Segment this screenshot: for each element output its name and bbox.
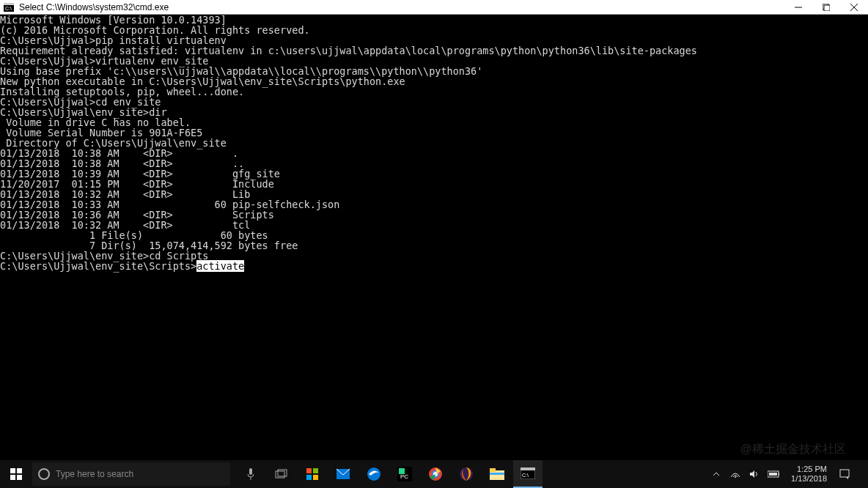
terminal-current-line[interactable]: C:\Users\Ujjwal\env_site\Scripts>activat… [0, 261, 868, 271]
svg-rect-5 [824, 5, 830, 11]
svg-text:C:\: C:\ [5, 6, 12, 11]
terminal-line: 01/13/2018 10:39 AM <DIR> gfg_site [0, 169, 868, 179]
svg-rect-18 [306, 475, 312, 480]
window-title: Select C:\Windows\system32\cmd.exe [19, 2, 169, 12]
terminal-line: Installing setuptools, pip, wheel...done… [0, 86, 868, 97]
svg-text:C:\: C:\ [522, 473, 529, 478]
start-button[interactable] [0, 460, 32, 488]
svg-point-35 [735, 476, 736, 478]
close-button[interactable] [840, 0, 868, 15]
terminal-prompt: C:\Users\Ujjwal\env_site\Scripts> [0, 260, 196, 272]
tray-time: 1:25 PM [791, 465, 827, 474]
cortana-icon [38, 468, 50, 480]
show-desktop-button[interactable] [858, 460, 865, 488]
svg-rect-40 [840, 470, 849, 477]
tray-chevron-up-icon[interactable] [710, 468, 722, 480]
taskbar-app-mail[interactable] [328, 460, 358, 488]
svg-marker-36 [750, 470, 754, 478]
svg-rect-38 [779, 473, 779, 476]
terminal-line: New python executable in C:\Users\Ujjwal… [0, 76, 868, 86]
taskbar-app-explorer[interactable] [482, 460, 512, 488]
terminal-line: Volume in drive C has no label. [0, 117, 868, 127]
system-tray[interactable]: 1:25 PM 1/13/2018 [710, 460, 868, 488]
svg-rect-16 [306, 468, 312, 473]
terminal-line: 01/13/2018 10:38 AM <DIR> . [0, 148, 868, 158]
taskbar[interactable]: Type here to search PC C:\ [0, 460, 868, 488]
title-bar[interactable]: C:\ Select C:\Windows\system32\cmd.exe [0, 0, 868, 15]
tray-volume-icon[interactable] [749, 468, 760, 480]
task-view-button[interactable] [267, 460, 296, 488]
cmd-icon: C:\ [3, 1, 15, 13]
terminal-line: C:\Users\Ujjwal\env_site>dir [0, 107, 868, 117]
taskbar-app-edge[interactable] [359, 460, 389, 488]
terminal-selected-text[interactable]: activate [196, 260, 244, 272]
terminal-line: 11/20/2017 01:15 PM <DIR> Include [0, 179, 868, 189]
terminal-line: 01/13/2018 10:32 AM <DIR> tcl [0, 220, 868, 230]
svg-rect-9 [17, 468, 22, 473]
terminal-line: C:\Users\Ujjwal>pip install virtualenv [0, 35, 868, 45]
svg-rect-14 [276, 471, 284, 478]
tray-notifications-icon[interactable] [839, 468, 850, 480]
terminal-line: Requirement already satisfied: virtualen… [0, 45, 868, 56]
svg-text:PC: PC [400, 473, 408, 480]
svg-rect-1 [4, 3, 14, 5]
terminal-output[interactable]: Microsoft Windows [Version 10.0.14393](c… [0, 15, 868, 460]
microphone-icon[interactable] [236, 460, 265, 488]
terminal-line: 01/13/2018 10:36 AM <DIR> Scripts [0, 210, 868, 220]
terminal-line: 01/13/2018 10:38 AM <DIR> .. [0, 158, 868, 169]
svg-rect-8 [10, 468, 15, 473]
terminal-line: 7 Dir(s) 15,074,414,592 bytes free [0, 240, 868, 251]
svg-rect-12 [249, 468, 252, 475]
minimize-button[interactable] [784, 0, 812, 15]
terminal-line: C:\Users\Ujjwal>cd env_site [0, 97, 868, 107]
svg-rect-19 [313, 475, 318, 480]
terminal-line: Volume Serial Number is 901A-F6E5 [0, 127, 868, 138]
svg-rect-33 [521, 467, 535, 470]
taskbar-app-chrome[interactable] [421, 460, 450, 488]
terminal-line: 1 File(s) 60 bytes [0, 230, 868, 240]
terminal-line: C:\Users\Ujjwal\env_site>cd Scripts [0, 251, 868, 261]
terminal-line: 01/13/2018 10:33 AM 60 pip-selfcheck.jso… [0, 199, 868, 210]
taskbar-search[interactable]: Type here to search [32, 462, 230, 486]
taskbar-app-pycharm[interactable]: PC [390, 460, 419, 488]
taskbar-app-store[interactable] [298, 460, 327, 488]
maximize-button[interactable] [812, 0, 840, 15]
taskbar-app-cmd[interactable]: C:\ [513, 460, 542, 488]
taskbar-app-firefox[interactable] [452, 460, 481, 488]
svg-rect-15 [278, 470, 287, 476]
terminal-line: (c) 2016 Microsoft Corporation. All righ… [0, 25, 868, 35]
svg-rect-39 [769, 473, 777, 476]
svg-rect-11 [17, 475, 22, 480]
terminal-line: Microsoft Windows [Version 10.0.14393] [0, 15, 868, 25]
terminal-line: Directory of C:\Users\Ujjwal\env_site [0, 138, 868, 148]
svg-rect-31 [490, 473, 504, 475]
svg-rect-10 [10, 475, 15, 480]
tray-battery-icon[interactable] [768, 468, 779, 480]
svg-rect-17 [313, 468, 318, 473]
tray-clock[interactable]: 1:25 PM 1/13/2018 [787, 465, 831, 484]
svg-rect-30 [490, 468, 496, 472]
tray-network-icon[interactable] [729, 468, 741, 480]
terminal-line: 01/13/2018 10:32 AM <DIR> Lib [0, 189, 868, 199]
tray-date: 1/13/2018 [791, 474, 827, 484]
terminal-line: C:\Users\Ujjwal>virtualenv env_site [0, 56, 868, 66]
search-placeholder: Type here to search [56, 469, 133, 479]
terminal-line: Using base prefix 'c:\\users\\ujjwal\\ap… [0, 66, 868, 76]
